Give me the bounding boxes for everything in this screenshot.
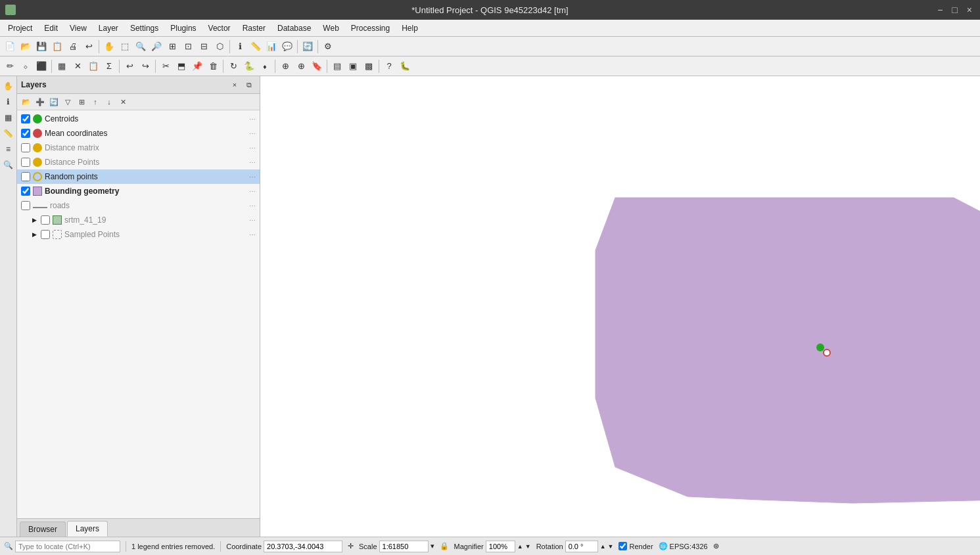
layer-item-centroids[interactable]: Centroids ⋯ (17, 112, 260, 126)
lt-filter[interactable]: ▽ (61, 95, 74, 108)
tb-bug[interactable]: 🐛 (398, 59, 412, 74)
tb-zoom-native[interactable]: ⊕ (278, 59, 292, 74)
layer-item-mean-coordinates[interactable]: Mean coordinates ⋯ (17, 126, 260, 141)
tb-edit-pencil[interactable]: ✏ (3, 59, 17, 74)
tb-new[interactable]: 📄 (3, 39, 17, 54)
tb-print[interactable]: 🖨 (66, 39, 80, 54)
layer-item-distance-points[interactable]: Distance Points ⋯ (17, 155, 260, 169)
crs-label[interactable]: EPSG:4326 (670, 543, 708, 550)
lt-sort-asc[interactable]: ↑ (89, 95, 102, 108)
render-checkbox[interactable] (618, 542, 627, 550)
scale-value[interactable] (379, 541, 429, 552)
layer-options-bounding-geometry[interactable]: ⋯ (249, 188, 256, 195)
layer-item-sampled-points[interactable]: ▶ Sampled Points ⋯ (17, 227, 260, 242)
tb-plugin1[interactable]: ▤ (330, 59, 344, 74)
tb-identify[interactable]: ℹ (233, 39, 247, 54)
tb-settings[interactable]: ⚙ (321, 39, 335, 54)
layer-checkbox-distance-points[interactable] (21, 158, 30, 167)
menu-processing[interactable]: Processing (346, 22, 395, 34)
layer-expand-sampled-points[interactable]: ▶ (30, 231, 38, 238)
tb-zoom-out[interactable]: 🔎 (149, 39, 164, 54)
messages-icon[interactable]: ⊛ (713, 542, 719, 550)
lt-sort-desc[interactable]: ↓ (103, 95, 116, 108)
tb-move[interactable]: ⬛ (34, 59, 49, 74)
tb-zoom-full[interactable]: ⊞ (165, 39, 179, 54)
tb-refresh[interactable]: 🔄 (300, 39, 315, 54)
tab-layers[interactable]: Layers (67, 521, 108, 537)
tb-pan-map[interactable]: ⬡ (212, 39, 227, 54)
tb-plugin2[interactable]: ▣ (346, 59, 360, 74)
lt-refresh[interactable]: 🔄 (47, 95, 60, 108)
layer-item-bounding-geometry[interactable]: Bounding geometry ⋯ (17, 184, 260, 198)
minimize-button[interactable]: − (935, 5, 945, 15)
tb-help[interactable]: ? (382, 59, 396, 74)
tb-open[interactable]: 📂 (18, 39, 33, 54)
ltb-search[interactable]: 🔍 (1, 158, 16, 172)
ltb-pan[interactable]: ✋ (1, 79, 16, 93)
layer-options-roads[interactable]: ⋯ (249, 202, 256, 210)
menu-vector[interactable]: Vector (203, 22, 236, 34)
tb-undo[interactable]: ↩ (122, 59, 137, 74)
layer-item-srtm[interactable]: ▶ srtm_41_19 ⋯ (17, 213, 260, 227)
menu-project[interactable]: Project (3, 22, 37, 34)
tb-zoom-in2[interactable]: ⊕ (294, 59, 308, 74)
tb-paste[interactable]: 📌 (190, 59, 204, 74)
menu-help[interactable]: Help (396, 22, 423, 34)
magnifier-spin-up[interactable]: ▲ (517, 543, 523, 550)
layer-checkbox-centroids[interactable] (21, 114, 30, 123)
rotation-value[interactable] (565, 541, 598, 552)
tb-stat[interactable]: 📊 (264, 39, 279, 54)
menu-raster[interactable]: Raster (237, 22, 271, 34)
tb-undo2[interactable]: ↩ (82, 39, 96, 54)
magnifier-value[interactable] (486, 541, 515, 552)
layer-item-distance-matrix[interactable]: Distance matrix ⋯ (17, 141, 260, 155)
layer-item-roads[interactable]: roads ⋯ (17, 198, 260, 213)
tb-plugin3[interactable]: ▩ (362, 59, 376, 74)
layer-checkbox-roads[interactable] (21, 201, 30, 210)
menu-web[interactable]: Web (317, 22, 344, 34)
layer-options-distance-matrix[interactable]: ⋯ (249, 144, 256, 152)
layer-options-centroids[interactable]: ⋯ (249, 116, 256, 123)
rotation-spin-down[interactable]: ▼ (608, 543, 614, 550)
menu-settings[interactable]: Settings (125, 22, 164, 34)
tb-zoom-in[interactable]: 🔍 (133, 39, 148, 54)
tb-bookmark[interactable]: 🔖 (310, 59, 324, 74)
close-button[interactable]: × (964, 5, 975, 15)
layer-item-random-points[interactable]: Random points ⋯ (17, 169, 260, 184)
map-canvas[interactable] (260, 76, 980, 537)
layer-checkbox-srtm[interactable] (41, 215, 50, 225)
lt-open-layer[interactable]: 📂 (20, 95, 33, 108)
layer-options-sampled-points[interactable]: ⋯ (249, 231, 256, 238)
tb-zoom-layer[interactable]: ⊟ (197, 39, 211, 54)
tb-node[interactable]: ⬦ (18, 59, 33, 74)
tb-python[interactable]: 🐍 (242, 59, 256, 74)
menu-plugins[interactable]: Plugins (165, 22, 201, 34)
layer-checkbox-random-points[interactable] (21, 172, 30, 181)
tb-select[interactable]: ⬚ (118, 39, 132, 54)
ltb-measure[interactable]: 📏 (1, 126, 16, 141)
lt-remove[interactable]: ✕ (116, 95, 129, 108)
lt-group[interactable]: ⊞ (75, 95, 88, 108)
tb-save[interactable]: 💾 (34, 39, 49, 54)
tb-cut[interactable]: ✂ (158, 59, 173, 74)
locate-input[interactable] (15, 541, 120, 552)
tb-pan[interactable]: ✋ (102, 39, 116, 54)
tb-redo[interactable]: ↪ (138, 59, 152, 74)
tb-macro[interactable]: ⬧ (258, 59, 272, 74)
layers-float-btn[interactable]: ⧉ (243, 78, 256, 91)
layers-close-btn[interactable]: × (228, 78, 241, 91)
menu-layer[interactable]: Layer (93, 22, 124, 34)
magnifier-spin-down[interactable]: ▼ (525, 543, 531, 550)
tb-field-calc[interactable]: Σ (102, 59, 116, 74)
menu-database[interactable]: Database (272, 22, 316, 34)
layer-options-srtm[interactable]: ⋯ (249, 217, 256, 224)
menu-edit[interactable]: Edit (39, 22, 63, 34)
tb-open-tbl[interactable]: 📋 (86, 59, 101, 74)
maximize-button[interactable]: □ (949, 5, 960, 15)
layer-checkbox-bounding-geometry[interactable] (21, 187, 30, 196)
tab-browser[interactable]: Browser (20, 522, 66, 537)
ltb-info[interactable]: ℹ (1, 95, 16, 109)
layer-checkbox-distance-matrix[interactable] (21, 143, 30, 152)
ltb-select[interactable]: ▦ (1, 110, 16, 125)
tb-rotate[interactable]: ↻ (226, 59, 241, 74)
